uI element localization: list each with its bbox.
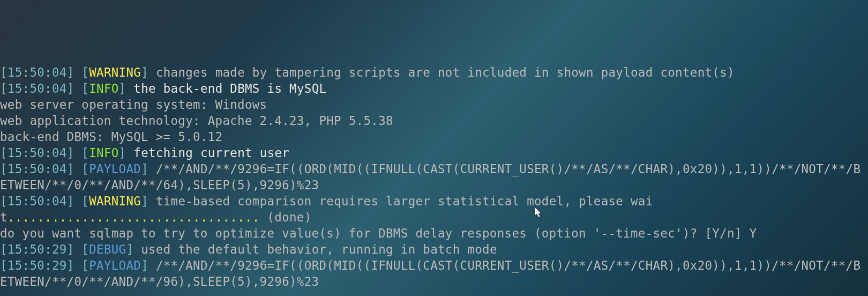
timestamp: 15:50:04 xyxy=(8,65,67,79)
timestamp: 15:50:04 xyxy=(8,146,67,160)
bracket: [ xyxy=(0,242,8,256)
timestamp: 15:50:04 xyxy=(8,194,67,208)
bracket: ] xyxy=(67,242,74,256)
info-line: web server operating system: Windows xyxy=(0,98,267,112)
log-message: the back-end DBMS is MySQL xyxy=(133,82,326,95)
bracket: ] xyxy=(141,194,148,208)
log-level-debug: DEBUG xyxy=(89,242,126,256)
progress-dots: ......... xyxy=(8,210,74,224)
bracket: [ xyxy=(81,194,89,208)
bracket: ] xyxy=(119,146,126,160)
bracket: [ xyxy=(0,194,8,208)
log-level-info: INFO xyxy=(89,146,118,160)
bracket: [ xyxy=(0,146,8,160)
progress-dots: ......................... xyxy=(74,210,259,224)
bracket: [ xyxy=(81,242,89,256)
bracket: ] xyxy=(126,242,133,256)
bracket: ] xyxy=(141,162,148,176)
prompt-answer[interactable]: Y xyxy=(749,226,757,240)
log-level-payload: PAYLOAD xyxy=(89,162,141,176)
bracket: ] xyxy=(67,258,74,272)
timestamp: 15:50:04 xyxy=(8,82,67,95)
bracket: ] xyxy=(141,65,148,79)
log-message: fetching current user xyxy=(133,146,289,160)
log-level-info: INFO xyxy=(89,82,118,95)
bracket: [ xyxy=(81,82,89,95)
bracket: [ xyxy=(0,258,8,272)
terminal-output: [15:50:04] [WARNING] changes made by tam… xyxy=(0,64,868,290)
timestamp: 15:50:04 xyxy=(8,162,67,176)
bracket: ] xyxy=(119,82,126,95)
log-message: used the default behavior, running in ba… xyxy=(141,242,497,256)
timestamp: 15:50:29 xyxy=(8,258,67,272)
bracket: ] xyxy=(67,162,74,176)
bracket: [ xyxy=(81,146,89,160)
bracket: ] xyxy=(67,65,74,79)
bracket: [ xyxy=(0,162,8,176)
bracket: [ xyxy=(81,258,89,272)
bracket: ] xyxy=(141,258,148,272)
bracket: ] xyxy=(67,146,74,160)
log-level-warning: WARNING xyxy=(89,65,141,79)
prompt-text: do you want sqlmap to try to optimize va… xyxy=(0,226,749,240)
log-level-warning: WARNING xyxy=(89,194,141,208)
bracket: [ xyxy=(0,82,8,95)
log-message: changes made by tampering scripts are no… xyxy=(156,65,735,79)
bracket: [ xyxy=(0,65,8,79)
log-level-payload: PAYLOAD xyxy=(89,258,141,272)
timestamp: 15:50:29 xyxy=(8,242,67,256)
bracket: [ xyxy=(81,162,89,176)
bracket: [ xyxy=(81,65,89,79)
bracket: ] xyxy=(67,194,74,208)
info-line: web application technology: Apache 2.4.2… xyxy=(0,114,393,128)
bracket: ] xyxy=(67,82,74,95)
done-marker: (done) xyxy=(260,210,312,224)
info-line: back-end DBMS: MySQL >= 5.0.12 xyxy=(0,130,222,144)
